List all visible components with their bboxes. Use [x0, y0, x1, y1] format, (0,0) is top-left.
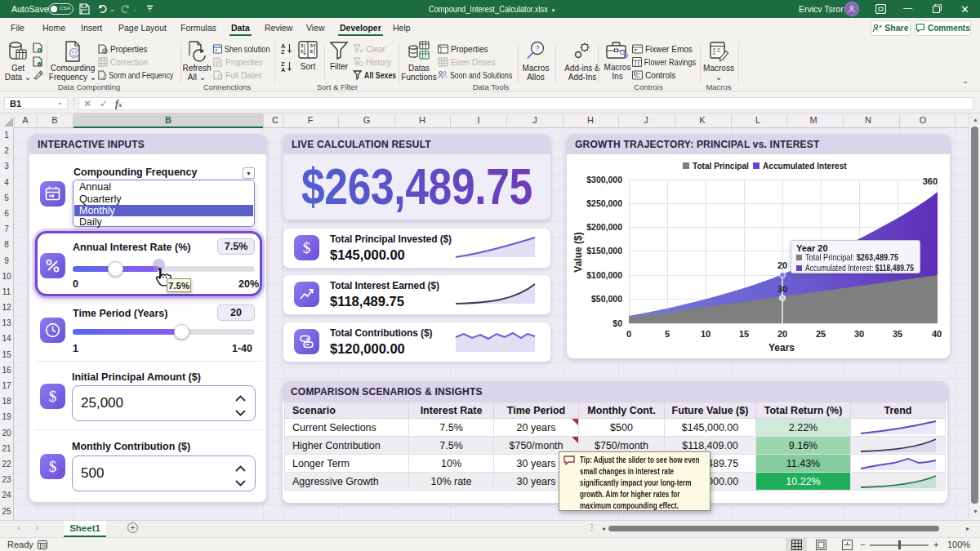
svg-text:$0: $0 — [612, 318, 622, 328]
svg-text:$: $ — [49, 388, 57, 405]
svg-text:10: 10 — [701, 329, 710, 339]
svg-text:20: 20 — [777, 260, 787, 270]
svg-text:$150,000: $150,000 — [586, 246, 622, 256]
svg-text:360: 360 — [923, 176, 938, 186]
svg-text:15: 15 — [739, 329, 749, 339]
svg-text:$50,000: $50,000 — [591, 294, 622, 304]
svg-text:Years: Years — [768, 342, 795, 353]
svg-text:$300,000: $300,000 — [586, 175, 622, 184]
svg-text:30: 30 — [777, 284, 787, 294]
svg-text:5: 5 — [665, 329, 670, 339]
svg-text:$250,000: $250,000 — [586, 198, 622, 208]
svg-text:56: 56 — [42, 544, 47, 549]
svg-text:Accumulated Interest: Accumulated Interest — [763, 161, 847, 171]
svg-text:Value ($): Value ($) — [572, 232, 584, 272]
svg-text:Z: Z — [281, 48, 285, 55]
svg-text:25: 25 — [816, 329, 826, 339]
svg-text:Total Principal: Total Principal — [693, 161, 749, 171]
svg-text:30: 30 — [854, 329, 864, 339]
svg-text:$: $ — [49, 458, 57, 475]
svg-text:$200,000: $200,000 — [586, 222, 622, 232]
svg-text:?: ? — [536, 44, 540, 52]
svg-text:20: 20 — [777, 329, 787, 339]
svg-text:A: A — [281, 66, 286, 73]
svg-text:35: 35 — [893, 329, 902, 339]
svg-text:0: 0 — [626, 329, 631, 339]
svg-text:40: 40 — [932, 329, 942, 339]
svg-text:$100,000: $100,000 — [586, 270, 622, 280]
svg-text:$: $ — [303, 239, 311, 256]
